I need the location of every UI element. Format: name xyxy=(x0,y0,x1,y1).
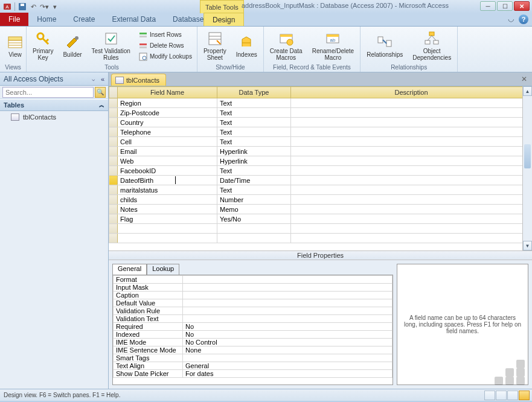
description-cell[interactable] xyxy=(291,185,532,195)
property-value[interactable] xyxy=(183,292,393,299)
description-cell[interactable] xyxy=(291,118,532,127)
close-object-icon[interactable]: ✕ xyxy=(520,75,528,83)
property-value[interactable]: No Control xyxy=(183,339,393,346)
tab-general[interactable]: General xyxy=(112,264,147,275)
col-header-description[interactable]: Description xyxy=(291,87,532,98)
property-value[interactable] xyxy=(183,315,393,323)
indexes-button[interactable]: Indexes xyxy=(234,33,260,59)
row-selector[interactable] xyxy=(109,176,118,185)
property-value[interactable]: No xyxy=(183,331,393,339)
file-tab[interactable]: File xyxy=(0,13,28,26)
description-cell[interactable] xyxy=(291,234,532,243)
field-name-cell[interactable]: Zip-Postcode xyxy=(118,108,217,118)
row-selector[interactable] xyxy=(109,127,118,137)
datasheet-view-button[interactable] xyxy=(484,391,495,400)
property-value[interactable]: General xyxy=(183,362,393,370)
field-name-cell[interactable]: Country xyxy=(118,118,217,127)
data-type-cell[interactable]: Hyperlink xyxy=(217,156,291,166)
description-cell[interactable] xyxy=(291,147,532,156)
row-selector[interactable] xyxy=(109,224,118,234)
field-name-cell[interactable]: FacebookID xyxy=(118,166,217,176)
object-tab-tblcontacts[interactable]: tblContacts xyxy=(111,74,166,86)
nav-filter-dropdown-icon[interactable]: ⌵ xyxy=(92,76,95,82)
view-button[interactable]: View xyxy=(4,33,27,59)
col-header-data-type[interactable]: Data Type xyxy=(217,87,291,98)
property-value[interactable]: No xyxy=(183,323,393,331)
row-selector[interactable] xyxy=(109,156,118,166)
design-grid[interactable]: Field Name Data Type Description RegionT… xyxy=(109,86,532,250)
description-cell[interactable] xyxy=(291,205,532,214)
property-value[interactable] xyxy=(183,307,393,315)
minimize-button[interactable]: ─ xyxy=(480,1,496,11)
nav-group-tables[interactable]: Tables ︽ xyxy=(0,99,108,111)
field-name-cell[interactable]: Flag xyxy=(118,214,217,224)
field-name-cell[interactable]: childs xyxy=(118,195,217,205)
property-value[interactable]: For dates xyxy=(183,370,393,378)
maximize-button[interactable]: ☐ xyxy=(497,1,513,11)
property-value[interactable] xyxy=(183,284,393,292)
description-cell[interactable] xyxy=(291,224,532,234)
field-name-cell[interactable]: Email xyxy=(118,147,217,156)
col-header-field-name[interactable]: Field Name xyxy=(118,87,217,98)
row-selector[interactable] xyxy=(109,147,118,156)
modify-lookups-button[interactable]: Modify Lookups xyxy=(138,52,193,62)
tab-create[interactable]: Create xyxy=(65,13,103,26)
create-data-macros-button[interactable]: Create Data Macros xyxy=(268,29,305,62)
data-type-cell[interactable]: Text xyxy=(217,185,291,195)
undo-icon[interactable]: ↶ xyxy=(28,2,38,11)
redo-dropdown-icon[interactable]: ↷▾ xyxy=(39,2,49,11)
primary-key-button[interactable]: Primary Key xyxy=(30,29,56,62)
scroll-up-icon[interactable]: ▲ xyxy=(523,86,532,96)
search-icon[interactable]: 🔍 xyxy=(95,87,106,98)
field-name-cell[interactable] xyxy=(118,234,217,243)
scroll-down-icon[interactable]: ▼ xyxy=(523,241,532,250)
rename-delete-macro-button[interactable]: ab Rename/Delete Macro xyxy=(310,29,356,62)
description-cell[interactable] xyxy=(291,166,532,176)
data-type-cell[interactable]: Text xyxy=(217,127,291,137)
object-dependencies-button[interactable]: Object Dependencies xyxy=(410,29,453,62)
description-cell[interactable] xyxy=(291,195,532,205)
property-value[interactable] xyxy=(183,276,393,284)
field-name-cell[interactable]: Web xyxy=(118,156,217,166)
data-type-cell[interactable] xyxy=(217,234,291,243)
close-button[interactable]: ✕ xyxy=(514,1,530,11)
test-validation-button[interactable]: Test Validation Rules xyxy=(89,29,133,62)
delete-rows-button[interactable]: Delete Rows xyxy=(138,41,193,51)
row-selector[interactable] xyxy=(109,98,118,108)
row-selector[interactable] xyxy=(109,205,118,214)
description-cell[interactable] xyxy=(291,156,532,166)
description-cell[interactable] xyxy=(291,214,532,224)
field-name-cell[interactable]: DateofBirth xyxy=(118,176,217,185)
property-value[interactable] xyxy=(183,354,393,362)
minimize-ribbon-icon[interactable]: ◡ xyxy=(508,14,514,24)
design-view-button[interactable] xyxy=(519,391,530,400)
data-type-cell[interactable]: Text xyxy=(217,98,291,108)
row-selector[interactable] xyxy=(109,118,118,127)
relationships-button[interactable]: Relationships xyxy=(364,33,405,59)
tab-design[interactable]: Design xyxy=(204,13,244,26)
field-name-cell[interactable]: maritalstatus xyxy=(118,185,217,195)
property-value[interactable]: None xyxy=(183,346,393,354)
builder-button[interactable]: Builder xyxy=(60,33,84,59)
data-type-cell[interactable]: Yes/No xyxy=(217,214,291,224)
access-app-icon[interactable]: A xyxy=(2,2,12,11)
qat-dropdown-icon[interactable]: ▾ xyxy=(50,2,60,11)
property-value[interactable] xyxy=(183,299,393,307)
data-type-cell[interactable]: Text xyxy=(217,118,291,127)
description-cell[interactable] xyxy=(291,127,532,137)
row-selector[interactable] xyxy=(109,185,118,195)
property-grid[interactable]: FormatInput MaskCaptionDefault ValueVali… xyxy=(112,275,393,385)
search-input[interactable] xyxy=(2,87,94,98)
data-type-cell[interactable]: Memo xyxy=(217,205,291,214)
row-selector[interactable] xyxy=(109,234,118,243)
description-cell[interactable] xyxy=(291,176,532,185)
pivot-view-button[interactable] xyxy=(496,391,507,400)
nav-header[interactable]: All Access Objects ⌵ « xyxy=(0,72,108,86)
nav-item-tblcontacts[interactable]: tblContacts xyxy=(0,111,108,123)
vertical-scrollbar[interactable]: ▲ ▼ xyxy=(522,86,532,250)
row-selector[interactable] xyxy=(109,108,118,118)
data-type-cell[interactable]: Date/Time xyxy=(217,176,291,185)
row-selector[interactable] xyxy=(109,137,118,147)
data-type-cell[interactable]: Text xyxy=(217,137,291,147)
field-name-cell[interactable]: Cell xyxy=(118,137,217,147)
